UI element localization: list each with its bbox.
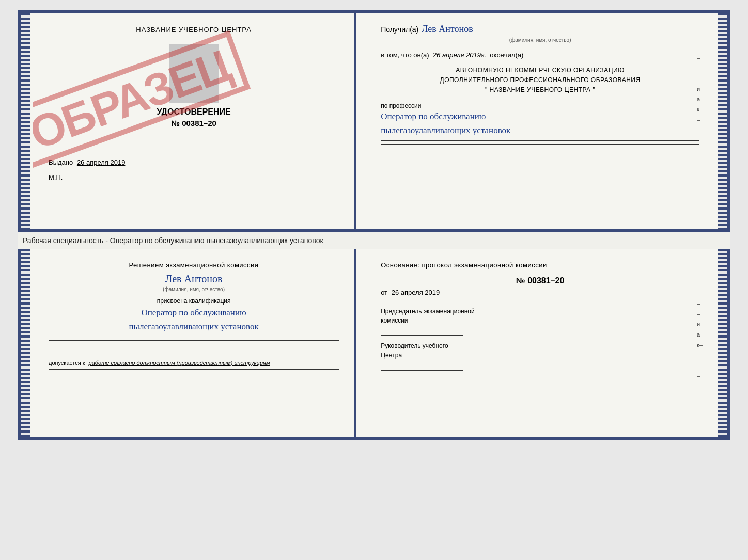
allowed-text: работе согласно должностным (производств… xyxy=(89,360,270,366)
side-chars-bottom: – – – и а к– – – – xyxy=(697,290,703,379)
bottom-certificate: Решением экзаменационной комиссии Лев Ан… xyxy=(18,249,730,440)
document-wrapper: НАЗВАНИЕ УЧЕБНОГО ЦЕНТРА УДОСТОВЕРЕНИЕ №… xyxy=(18,10,730,440)
protocol-number: № 00381–20 xyxy=(381,276,699,285)
basis-label: Основание: протокол экзаменационной коми… xyxy=(381,261,699,269)
received-name: Лев Антонов xyxy=(422,24,515,35)
org-line3: " НАЗВАНИЕ УЧЕБНОГО ЦЕНТРА " xyxy=(381,85,699,95)
photo-placeholder xyxy=(169,44,219,103)
profession-underline2 xyxy=(381,144,699,145)
profession-line1: Оператор по обслуживанию xyxy=(381,111,699,123)
issued-date: 26 апреля 2019 xyxy=(77,158,126,166)
head-label: Руководитель учебного Центра xyxy=(381,341,699,371)
cert-number: № 00381–20 xyxy=(49,119,339,127)
protocol-date: от 26 апреля 2019 xyxy=(381,289,699,296)
issued-line: Выдано 26 апреля 2019 xyxy=(49,158,339,166)
bottom-name-handwritten: Лев Антонов xyxy=(137,273,251,285)
qual-line1 xyxy=(49,337,339,337)
qual-line3 xyxy=(49,344,339,344)
profession-label: по профессии xyxy=(381,102,699,109)
bottom-left-panel: Решением экзаменационной комиссии Лев Ан… xyxy=(33,249,356,437)
decision-label: Решением экзаменационной комиссии xyxy=(49,261,339,269)
top-certificate: НАЗВАНИЕ УЧЕБНОГО ЦЕНТРА УДОСТОВЕРЕНИЕ №… xyxy=(18,10,730,232)
assigned-label: присвоена квалификация xyxy=(49,297,339,305)
top-right-panel: Получил(а) Лев Антонов – (фамилия, имя, … xyxy=(365,13,715,229)
issued-label: Выдано xyxy=(49,158,73,166)
in-that-line: в том, что он(а) 26 апреля 2019г. окончи… xyxy=(381,50,699,60)
head-line2: Центра xyxy=(381,350,699,360)
qual-line2 xyxy=(49,340,339,341)
chairman-line1: Председатель экзаменационной xyxy=(381,307,699,316)
in-that-date: 26 апреля 2019г. xyxy=(433,51,486,59)
chairman-label: Председатель экзаменационной комиссии xyxy=(381,307,699,336)
head-sig-line xyxy=(381,370,463,371)
side-chars-top: – – – и а к– – – – xyxy=(697,55,703,143)
name-caption-top: (фамилия, имя, отчество) xyxy=(381,37,699,43)
divider-line: Рабочая специальность - Оператор по обсл… xyxy=(18,232,730,249)
top-left-panel: НАЗВАНИЕ УЧЕБНОГО ЦЕНТРА УДОСТОВЕРЕНИЕ №… xyxy=(33,13,356,229)
finished-label: окончил(а) xyxy=(490,51,523,59)
protocol-date-value: 26 апреля 2019 xyxy=(392,289,440,296)
allowed-label: допускается к работе согласно должностны… xyxy=(49,360,339,366)
org-block: АВТОНОМНУЮ НЕКОММЕРЧЕСКУЮ ОРГАНИЗАЦИЮ ДО… xyxy=(381,66,699,95)
allowed-line xyxy=(49,369,339,370)
received-line: Получил(а) Лев Антонов – xyxy=(381,24,699,35)
qualification-line1: Оператор по обслуживанию xyxy=(49,308,339,319)
chairman-sig-line xyxy=(381,335,463,336)
chairman-line2: комиссии xyxy=(381,316,699,325)
bottom-right-panel: Основание: протокол экзаменационной коми… xyxy=(365,249,715,437)
org-line2: ДОПОЛНИТЕЛЬНОГО ПРОФЕССИОНАЛЬНОГО ОБРАЗО… xyxy=(381,75,699,85)
mp-line: М.П. xyxy=(49,173,339,181)
org-line1: АВТОНОМНУЮ НЕКОММЕРЧЕСКУЮ ОРГАНИЗАЦИЮ xyxy=(381,66,699,75)
profession-line2: пылегазоулавливающих установок xyxy=(381,125,699,137)
allowed-prefix: допускается к xyxy=(49,360,85,366)
profession-underline xyxy=(381,140,699,141)
qualification-line2: пылегазоулавливающих установок xyxy=(49,322,339,333)
cert-title: УДОСТОВЕРЕНИЕ xyxy=(49,107,339,117)
name-caption-bottom: (фамилия, имя, отчество) xyxy=(49,286,339,292)
head-line1: Руководитель учебного xyxy=(381,341,699,350)
in-that-prefix: в том, что он(а) xyxy=(381,51,429,59)
received-prefix: Получил(а) xyxy=(381,25,418,34)
protocol-date-prefix: от xyxy=(381,289,387,296)
top-left-title: НАЗВАНИЕ УЧЕБНОГО ЦЕНТРА xyxy=(49,26,339,34)
